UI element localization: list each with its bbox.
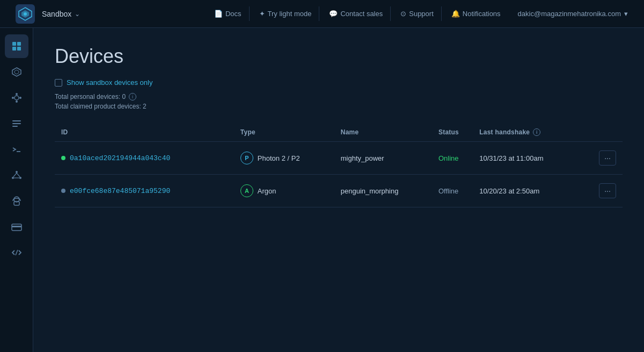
svg-rect-6: [12, 47, 16, 51]
svg-point-21: [19, 177, 21, 179]
svg-rect-15: [12, 120, 21, 121]
console-icon: [11, 143, 23, 155]
col-type: Type: [240, 123, 341, 142]
table-header-row: ID Type Name Status Last handshake i: [55, 123, 623, 142]
status-dot-0: [61, 156, 65, 160]
stat-personal-devices: Total personal devices: 0 i: [55, 93, 623, 100]
col-status: Status: [438, 123, 479, 142]
device-handshake-0: 10/31/23 at 11:00am: [479, 154, 543, 162]
bell-icon: 🔔: [451, 10, 460, 18]
logo-area: [9, 4, 42, 24]
device-name-0: mighty_power: [341, 154, 384, 162]
device-status-cell-1: Offline: [438, 175, 479, 207]
contact-sales-link[interactable]: 💬 Contact sales: [321, 6, 391, 21]
contact-sales-icon: 💬: [329, 10, 338, 18]
sandbox-filter: Show sandbox devices only: [55, 78, 623, 87]
stat-product-devices: Total claimed product devices: 2: [55, 103, 623, 110]
svg-rect-5: [17, 42, 21, 46]
docs-link[interactable]: 📄 Docs: [207, 6, 250, 21]
svg-point-19: [16, 171, 18, 173]
main-content: Devices Show sandbox devices only Total …: [33, 28, 644, 352]
svg-marker-8: [12, 68, 21, 76]
device-id-0: 0a10aced202194944a043c40: [70, 154, 170, 162]
device-more-button-1[interactable]: ···: [599, 183, 616, 198]
device-type-cell-0: P Photon 2 / P2: [240, 142, 341, 175]
svg-line-23: [17, 173, 20, 177]
device-table: ID Type Name Status Last handshake i: [55, 123, 623, 207]
sandbox-text: Sandbox: [42, 10, 71, 18]
type-icon-0: P: [240, 152, 253, 164]
last-handshake-info-icon[interactable]: i: [533, 128, 540, 136]
top-nav: Sandbox ⌄ 📄 Docs ✦ Try light mode 💬 Cont…: [0, 0, 644, 28]
device-id-cell-0[interactable]: 0a10aced202194944a043c40: [55, 142, 240, 175]
auth-icon: [11, 195, 23, 207]
sidebar-item-code[interactable]: [5, 241, 28, 264]
home-icon: [11, 40, 23, 52]
logs-icon: [11, 118, 23, 130]
type-name-0: Photon 2 / P2: [258, 154, 300, 162]
svg-point-20: [12, 177, 14, 179]
sidebar-item-logs[interactable]: [5, 112, 28, 135]
sidebar-item-integrations[interactable]: [5, 86, 28, 110]
docs-icon: 📄: [214, 10, 223, 18]
sidebar: [0, 28, 33, 352]
docs-label: Docs: [225, 10, 241, 18]
sandbox-filter-checkbox[interactable]: [55, 79, 62, 87]
type-name-1: Argon: [258, 187, 276, 195]
sidebar-item-auth[interactable]: [5, 189, 28, 213]
device-actions-cell-0: ···: [587, 142, 623, 175]
personal-devices-info-icon[interactable]: i: [129, 93, 136, 100]
svg-marker-9: [14, 70, 19, 74]
col-name: Name: [341, 123, 438, 142]
svg-line-29: [16, 250, 18, 255]
user-menu[interactable]: dakic@magazinmehatronika.com ▾: [510, 6, 635, 21]
device-name-cell-1: penguin_morphing: [341, 175, 438, 207]
col-actions: [587, 123, 623, 142]
svg-point-3: [24, 12, 27, 16]
user-menu-chevron: ▾: [624, 10, 628, 18]
svg-rect-16: [12, 123, 21, 124]
svg-rect-4: [12, 42, 16, 46]
sidebar-item-mesh[interactable]: [5, 163, 28, 187]
device-id-1: e00fce68e87e485071a95290: [70, 187, 170, 195]
col-last-handshake: Last handshake i: [479, 123, 587, 142]
svg-point-13: [12, 97, 14, 99]
svg-point-10: [14, 96, 19, 100]
col-id: ID: [55, 123, 240, 142]
sidebar-item-console[interactable]: [5, 138, 28, 161]
user-email: dakic@magazinmehatronika.com: [518, 10, 621, 18]
svg-point-14: [19, 97, 21, 99]
support-link[interactable]: ⊙ Support: [393, 6, 442, 21]
device-handshake-cell-1: 10/20/23 at 2:50am: [479, 175, 587, 207]
device-status-1: Offline: [438, 187, 458, 195]
device-actions-cell-1: ···: [587, 175, 623, 207]
notifications-label: Notifications: [463, 10, 501, 18]
page-title: Devices: [55, 45, 623, 68]
notifications-link[interactable]: 🔔 Notifications: [444, 6, 508, 21]
integrations-icon: [11, 92, 23, 104]
type-icon-1: A: [240, 184, 253, 197]
billing-icon: [11, 221, 23, 233]
support-icon: ⊙: [400, 10, 406, 18]
svg-rect-17: [12, 126, 18, 127]
try-light-mode-label: Try light mode: [268, 10, 312, 18]
device-id-cell-1[interactable]: e00fce68e87e485071a95290: [55, 175, 240, 207]
device-name-1: penguin_morphing: [341, 187, 399, 195]
sandbox-dropdown[interactable]: Sandbox ⌄: [42, 10, 80, 18]
sidebar-item-home[interactable]: [5, 34, 28, 58]
table-row: e00fce68e87e485071a95290 A Argon penguin…: [55, 175, 623, 207]
nav-links: 📄 Docs ✦ Try light mode 💬 Contact sales …: [207, 6, 508, 21]
sandbox-filter-label[interactable]: Show sandbox devices only: [67, 78, 152, 87]
stat-product-devices-text: Total claimed product devices: 2: [55, 103, 147, 110]
device-handshake-cell-0: 10/31/23 at 11:00am: [479, 142, 587, 175]
sidebar-item-billing[interactable]: [5, 215, 28, 239]
svg-rect-7: [17, 47, 21, 51]
svg-point-12: [16, 100, 18, 103]
sidebar-item-products[interactable]: [5, 60, 28, 84]
try-light-mode-link[interactable]: ✦ Try light mode: [252, 6, 320, 21]
device-name-cell-0: mighty_power: [341, 142, 438, 175]
device-handshake-1: 10/20/23 at 2:50am: [479, 187, 539, 195]
device-more-button-0[interactable]: ···: [599, 150, 616, 166]
support-label: Support: [409, 10, 434, 18]
stats-area: Total personal devices: 0 i Total claime…: [55, 93, 623, 110]
